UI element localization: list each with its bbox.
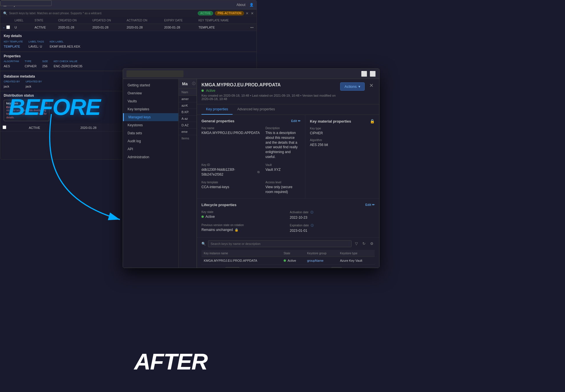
settings-icon-btn[interactable]: ⚙: [369, 240, 375, 247]
instance-state-dot: [284, 259, 286, 262]
field-activation-date: Activation date ⓘ 2022-10-23: [290, 210, 375, 220]
sidebar-item-data-sets[interactable]: Data sets: [123, 129, 178, 137]
active-badge[interactable]: ACTIVE: [198, 11, 213, 15]
lifecycle-grid: Key state Active Activation date ⓘ: [201, 210, 375, 233]
audit-log-label: Audit log: [128, 139, 141, 143]
filter-clear-icon[interactable]: ✕: [251, 11, 254, 15]
sidebar-item-audit-log[interactable]: Audit log: [123, 137, 178, 145]
row-expiry: 2030-01-28: [162, 24, 196, 31]
getting-started-label: Getting started: [128, 83, 150, 87]
key-table: Label State Created on Updated on Activa…: [0, 17, 257, 31]
left-sidebar: Getting started Overview Vaults Key temp…: [123, 79, 179, 268]
key-material-title: Key material properties 🔒: [310, 119, 375, 123]
key-type-val: CIPHER: [310, 131, 375, 136]
sidebar-item-key-templates[interactable]: Key templates: [123, 105, 178, 113]
about-button[interactable]: About: [237, 3, 245, 7]
props-title: Properties: [4, 54, 253, 58]
copy-icon[interactable]: ⧉: [257, 170, 260, 174]
search-icon: 🔍: [3, 11, 7, 15]
col-keystore-type: Keystore type: [338, 250, 375, 257]
page-number-select[interactable]: 1: [331, 267, 342, 268]
detail-header: KMGA.MYPROJ.EU.PROD.APPDATA Active Key c…: [197, 79, 379, 104]
items-per-page-select[interactable]: 100: [225, 267, 239, 268]
sidebar-item-api[interactable]: API: [123, 145, 178, 153]
instances-section: 🔍 ▽ ↻ ⚙ Key instance name State Keystore…: [197, 237, 379, 268]
after-resize-icon[interactable]: ⬜: [370, 71, 376, 77]
prop-type: TYPE CIPHER: [25, 60, 37, 68]
col-label: Label: [12, 17, 32, 24]
activation-info-icon: ⓘ: [310, 211, 313, 214]
sidebar-item-managed-keys[interactable]: Managed keys: [123, 113, 178, 121]
pagination-prev-icon[interactable]: +: [364, 267, 368, 268]
managed-keys-label: Managed keys: [128, 115, 151, 119]
expiry-date-val: 2023-01-01: [290, 228, 375, 233]
general-edit-link[interactable]: Edit ✏: [291, 119, 300, 123]
description-val: This is a description about this resourc…: [265, 131, 300, 159]
sidebar-item-administration[interactable]: Administration: [123, 153, 178, 161]
lifecycle-edit-link[interactable]: Edit ✏: [365, 203, 375, 207]
filter-bar: 🔍 ACTIVE PRE-ACTIVATION ✕ ✕: [0, 9, 257, 17]
col-keystore-group: Keystore group: [305, 250, 338, 257]
filter-close-icon[interactable]: ✕: [246, 11, 249, 15]
field-key-id: Key ID ddb1230f-f4ddb1230f-58b247e2f362 …: [201, 163, 260, 177]
algorithm-label: Algorithm: [310, 139, 375, 142]
expand-icon[interactable]: ⌄: [3, 25, 5, 29]
instances-search-input[interactable]: [208, 240, 352, 247]
before-label: BEFORE: [9, 94, 100, 120]
sidebar-item-overview[interactable]: Overview: [123, 89, 178, 97]
prop-algorithm: ALGORITHM AES: [4, 60, 19, 68]
search-input[interactable]: [9, 12, 196, 15]
kd-key-template: KEY TEMPLATE TEMPLATE: [4, 40, 23, 49]
col-checkbox: [0, 17, 12, 24]
general-fields-grid: Key name KMGA.MYPROJ.EU.PROD.APPDATA Des…: [201, 127, 300, 194]
refresh-icon-btn[interactable]: ↻: [361, 240, 367, 247]
col-template: Key template name: [196, 17, 248, 24]
key-templates-label: Key templates: [128, 107, 149, 111]
key-template-label: Key template: [201, 181, 260, 184]
sidebar-item-getting-started[interactable]: Getting started: [123, 81, 178, 89]
prop-check-val: ENC-ZERO:D49C35: [54, 64, 82, 68]
access-level-val: View only (secure room required): [265, 185, 300, 194]
filter-icon-btn[interactable]: ▽: [354, 240, 359, 247]
row2-checkbox[interactable]: [3, 125, 6, 129]
key-state-label: Key state: [201, 210, 286, 214]
after-inner: Getting started Overview Vaults Key temp…: [123, 79, 379, 268]
row2-state: ACTIVE: [27, 124, 78, 131]
tab-advanced-key-properties[interactable]: Advanced key properties: [233, 104, 279, 115]
access-level-label: Access level: [265, 181, 300, 184]
pagination-next-icon[interactable]: +: [370, 267, 375, 268]
vaults-label: Vaults: [128, 99, 137, 103]
key-details-title: Key details: [4, 34, 253, 38]
algorithm-val: AES 256 bit: [310, 143, 375, 147]
col-activated: Activated on: [124, 17, 162, 24]
field-key-template: Key template CCA-internal-keys: [201, 181, 260, 194]
db-updated: UPDATED BY jack: [26, 80, 42, 89]
preactivation-badge[interactable]: PRE-ACTIVATION: [215, 11, 244, 15]
row-menu[interactable]: •••: [248, 24, 257, 31]
lock-small-icon: 🔒: [235, 228, 239, 232]
before-panel-header: ☰ Key list About 👤: [0, 0, 257, 9]
field-prev-state: Previous version state on rotation Remai…: [201, 224, 286, 233]
after-maximize-icon[interactable]: ⬜: [361, 71, 367, 77]
field-vault: Vault Vault XYZ: [265, 163, 300, 177]
description-label: Description: [265, 127, 300, 130]
instance-group: groupName: [305, 257, 338, 264]
sidebar-item-keystores[interactable]: Keystores: [123, 121, 178, 129]
col-instance-state: State: [281, 250, 305, 257]
db-created-label: CREATED BY: [4, 80, 20, 83]
pagination-row: Items per page: 100 ▾ 1 – 6 of 6 items 1…: [201, 265, 375, 268]
actions-button[interactable]: Actions ▾: [340, 82, 365, 91]
table-row[interactable]: ⌄ U ACTIVE 2020-01-28 2020-01-28 2020-01…: [0, 24, 257, 31]
close-button[interactable]: ✕: [368, 82, 375, 89]
row-checkbox[interactable]: [6, 25, 10, 29]
actions-chevron-icon: ▾: [358, 84, 360, 89]
tab-key-properties[interactable]: Key properties: [201, 104, 233, 115]
instances-search-row: 🔍 ▽ ↻ ⚙: [201, 240, 375, 247]
detail-key-name: KMGA.MYPROJ.EU.PROD.APPDATA: [201, 82, 337, 88]
instance-state: Active: [281, 257, 305, 264]
sidebar-item-vaults[interactable]: Vaults: [123, 97, 178, 105]
properties-section: Properties ALGORITHM AES TYPE CIPHER SIZ…: [0, 52, 257, 71]
key-name-label: Key name: [201, 127, 260, 130]
col-created: Created on: [56, 17, 90, 24]
instance-row[interactable]: KMGA.MYPROJ.EU.PROD.APPDATA Active group…: [201, 257, 375, 264]
